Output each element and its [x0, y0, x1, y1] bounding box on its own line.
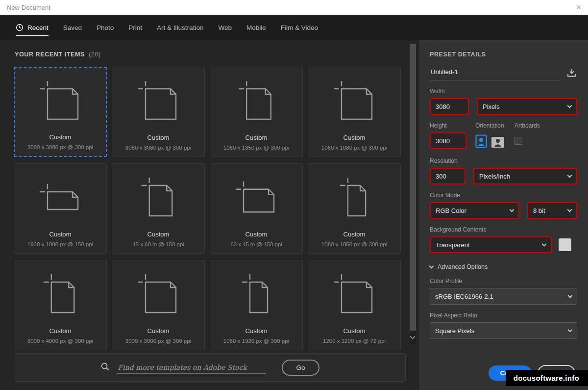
preset-dimensions: 1080 x 1350 px @ 300 ppi [223, 145, 289, 151]
color-profile-select[interactable]: sRGB IEC61966-2.1 [430, 288, 577, 305]
save-preset-icon[interactable] [566, 68, 577, 79]
preset-name: Custom [343, 327, 366, 335]
advanced-options-toggle[interactable]: Advanced Options [430, 263, 577, 270]
preset-name: Custom [147, 231, 170, 238]
height-input[interactable]: 3080 [430, 132, 466, 149]
recent-grid: Custom3080 x 3080 px @ 300 ppiCustom3080… [14, 67, 401, 350]
chevron-down-icon [567, 103, 572, 108]
preset-card[interactable]: Custom1080 x 1850 px @ 300 ppi [308, 163, 401, 254]
tab-bar: RecentSavedPhotoPrintArt & IllustrationW… [0, 15, 588, 40]
tab-print[interactable]: Print [128, 15, 142, 40]
stock-search-input[interactable] [117, 362, 266, 374]
width-unit-value: Pixels [483, 103, 500, 110]
document-page-icon [14, 164, 106, 231]
preset-dimensions: 1200 x 1200 px @ 72 ppi [323, 338, 386, 344]
resolution-unit-select[interactable]: Pixels/Inch [473, 168, 577, 184]
chevron-down-icon [568, 327, 573, 332]
resolution-input[interactable]: 300 [430, 168, 466, 184]
watermark: docusoftware.info [506, 370, 588, 386]
scroll-down-icon[interactable] [410, 334, 415, 339]
width-unit-select[interactable]: Pixels [477, 98, 577, 115]
pixel-aspect-ratio-select[interactable]: Square Pixels [430, 322, 577, 339]
preset-name: Custom [147, 134, 170, 141]
background-contents-select[interactable]: Transparent [430, 236, 552, 253]
recent-items-count: (20) [89, 51, 101, 58]
artboards-checkbox[interactable] [514, 137, 522, 145]
dialog-title: New Document [7, 4, 50, 11]
preset-details-panel: PRESET DETAILS Untitled-1 Width 3080 Pix… [419, 40, 588, 390]
clock-icon [16, 24, 24, 31]
background-color-swatch[interactable] [559, 238, 571, 251]
preset-dimensions: 60 x 45 in @ 150 ppi [230, 241, 282, 247]
advanced-options-label: Advanced Options [438, 263, 488, 270]
tab-art-illustration[interactable]: Art & Illustration [157, 15, 203, 40]
go-button[interactable]: Go [282, 360, 319, 376]
chevron-down-icon [568, 293, 573, 298]
color-mode-select[interactable]: RGB Color [430, 202, 519, 219]
preset-card[interactable]: Custom3080 x 3080 px @ 300 ppi [14, 67, 107, 157]
width-input[interactable]: 3080 [430, 98, 469, 115]
close-icon[interactable]: × [576, 3, 581, 12]
preset-dimensions: 3080 x 3080 px @ 300 ppi [125, 145, 191, 151]
chevron-down-icon [429, 263, 434, 268]
document-page-icon [308, 164, 400, 231]
preset-card[interactable]: Custom3000 x 3000 px @ 300 ppi [112, 260, 205, 350]
document-page-icon [308, 260, 400, 327]
scrollbar-track[interactable] [410, 44, 416, 344]
preset-card[interactable]: Custom1920 x 1080 px @ 150 ppi [14, 163, 107, 254]
document-page-icon [210, 260, 302, 327]
document-page-icon [210, 67, 302, 134]
adobe-stock-search-bar: Go [14, 353, 406, 382]
preset-name: Custom [49, 133, 72, 141]
color-profile-value: sRGB IEC61966-2.1 [435, 293, 493, 300]
preset-name: Custom [245, 231, 268, 238]
scrollbar-thumb[interactable] [410, 44, 416, 331]
tab-photo[interactable]: Photo [97, 15, 114, 40]
document-page-icon [308, 67, 400, 134]
preset-card[interactable]: Custom45 x 60 in @ 150 ppi [112, 163, 205, 254]
pixel-aspect-ratio-value: Square Pixels [435, 327, 474, 335]
tab-film-video[interactable]: Film & Video [281, 15, 318, 40]
preset-dimensions: 3080 x 3080 px @ 300 ppi [27, 144, 93, 150]
preset-name: Custom [49, 231, 72, 238]
background-contents-value: Transparent [436, 241, 470, 249]
preset-name: Custom [245, 134, 268, 141]
bit-depth-select[interactable]: 8 bit [527, 202, 577, 219]
preset-name: Custom [49, 327, 72, 335]
preset-card[interactable]: Custom1080 x 1350 px @ 300 ppi [210, 67, 303, 157]
chevron-down-icon [567, 207, 572, 212]
recent-items-heading: YOUR RECENT ITEMS (20) [15, 51, 419, 58]
document-name-input[interactable]: Untitled-1 [430, 68, 560, 80]
preset-card[interactable]: Custom1200 x 1200 px @ 72 ppi [308, 260, 401, 350]
tab-mobile[interactable]: Mobile [246, 15, 266, 40]
tab-recent[interactable]: Recent [16, 15, 49, 40]
document-page-icon [15, 68, 106, 133]
recent-items-title: YOUR RECENT ITEMS [15, 51, 85, 58]
background-contents-label: Background Contents [430, 226, 577, 233]
search-icon [100, 362, 110, 373]
preset-name: Custom [147, 327, 170, 335]
preset-card[interactable]: Custom3000 x 4000 px @ 300 ppi [14, 260, 107, 350]
document-page-icon [112, 67, 204, 134]
preset-details-heading: PRESET DETAILS [430, 51, 577, 58]
preset-card[interactable]: Custom60 x 45 in @ 150 ppi [210, 163, 303, 254]
preset-dimensions: 3000 x 4000 px @ 300 ppi [27, 338, 93, 344]
width-label: Width [430, 88, 577, 95]
preset-card[interactable]: Custom1080 x 1080 px @ 300 ppi [308, 67, 401, 157]
tab-web[interactable]: Web [218, 15, 232, 40]
preset-dimensions: 45 x 60 in @ 150 ppi [132, 241, 184, 247]
pixel-aspect-ratio-label: Pixel Aspect Ratio [430, 312, 577, 319]
chevron-down-icon [542, 241, 547, 246]
document-page-icon [112, 164, 204, 231]
orientation-portrait-icon[interactable] [475, 134, 487, 150]
document-page-icon [112, 260, 204, 327]
orientation-label: Orientation [475, 122, 505, 129]
orientation-landscape-icon[interactable] [491, 136, 505, 150]
preset-name: Custom [343, 134, 366, 141]
resolution-label: Resolution [430, 157, 577, 164]
tab-saved[interactable]: Saved [63, 15, 82, 40]
preset-name: Custom [343, 231, 366, 238]
chevron-down-icon [510, 207, 514, 212]
preset-card[interactable]: Custom1080 x 1920 px @ 300 ppi [210, 260, 303, 350]
preset-card[interactable]: Custom3080 x 3080 px @ 300 ppi [112, 67, 205, 157]
